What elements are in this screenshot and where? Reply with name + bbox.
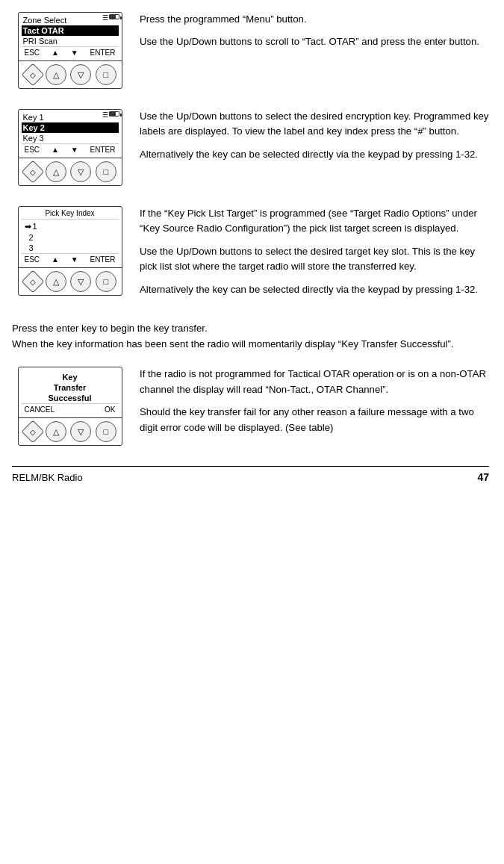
footer-cancel: CANCEL bbox=[25, 405, 55, 414]
footer-down-1: ▼ bbox=[71, 49, 78, 57]
btn-up-2[interactable]: △ bbox=[46, 161, 66, 182]
btn-enter-3[interactable]: □ bbox=[96, 271, 116, 292]
radio-display-1: ☰ Zone Select Tact OTAR PRI Scan ESC ▲ ▼… bbox=[18, 12, 122, 89]
radio-buttons-4: ◇ △ ▽ □ bbox=[19, 418, 122, 445]
screen-row-key-transfer-2: Transfer bbox=[22, 382, 119, 393]
footer-up-1: ▲ bbox=[52, 49, 59, 57]
btn-enter-1[interactable]: □ bbox=[96, 64, 116, 85]
scroll-icon-1: ☰ bbox=[102, 14, 108, 22]
screen-footer-3: ESC ▲ ▼ ENTER bbox=[22, 253, 119, 265]
text-key-select: Use the Up/Down buttons to select the de… bbox=[140, 109, 489, 170]
btn-diamond-3[interactable]: ◇ bbox=[22, 270, 45, 293]
page-content: ☰ Zone Select Tact OTAR PRI Scan ESC ▲ ▼… bbox=[12, 12, 489, 483]
text-pick-key: If the “Key Pick List Target” is program… bbox=[140, 206, 489, 305]
btn-up-4[interactable]: △ bbox=[46, 421, 66, 442]
radio-display-3: Pick Key Index ➡1 2 3 ESC ▲ ▼ ENTER ◇ △ … bbox=[18, 206, 122, 296]
btn-diamond-1[interactable]: ◇ bbox=[22, 63, 45, 86]
screen-row-pk1: ➡1 bbox=[22, 221, 119, 232]
btn-down-2[interactable]: ▽ bbox=[70, 161, 91, 182]
press-enter-section: Press the enter key to begin the key tra… bbox=[12, 321, 489, 352]
screen-row-key-transfer-1: Key bbox=[22, 370, 119, 382]
btn-down-1[interactable]: ▽ bbox=[70, 64, 91, 85]
screen-footer-1: ESC ▲ ▼ ENTER bbox=[22, 46, 119, 58]
screen-row-key-transfer-3: Successful bbox=[22, 393, 119, 403]
radio-buttons-2: ◇ △ ▽ □ bbox=[19, 158, 122, 185]
section-key-transfer: Key Transfer Successful CANCEL OK ◇ △ ▽ … bbox=[12, 367, 489, 450]
footer-up-2: ▲ bbox=[52, 146, 59, 154]
screen-2: ☰ Key 1 Key 2 Key 3 ESC ▲ ▼ ENTER bbox=[19, 110, 122, 158]
footer-enter-1: ENTER bbox=[90, 49, 116, 57]
footer-label: RELM/BK Radio bbox=[12, 472, 83, 483]
radio-display-2: ☰ Key 1 Key 2 Key 3 ESC ▲ ▼ ENTER ◇ △ ▽ bbox=[18, 109, 122, 186]
screen-1: ☰ Zone Select Tact OTAR PRI Scan ESC ▲ ▼… bbox=[19, 13, 122, 61]
btn-enter-4[interactable]: □ bbox=[96, 421, 116, 442]
page-footer: RELM/BK Radio 47 bbox=[12, 466, 489, 483]
section-zone-select: ☰ Zone Select Tact OTAR PRI Scan ESC ▲ ▼… bbox=[12, 12, 489, 93]
screen-4: Key Transfer Successful CANCEL OK bbox=[19, 367, 122, 418]
text-kt-p2: Should the key transfer fail for any oth… bbox=[140, 405, 489, 435]
radio-buttons-1: ◇ △ ▽ □ bbox=[19, 61, 122, 88]
btn-up-3[interactable]: △ bbox=[46, 271, 66, 292]
screen-3: Pick Key Index ➡1 2 3 ESC ▲ ▼ ENTER bbox=[19, 207, 122, 268]
screen-footer-2: ESC ▲ ▼ ENTER bbox=[22, 143, 119, 155]
text-zone-p2: Use the Up/Down buttons to scroll to “Ta… bbox=[140, 34, 489, 49]
footer-enter-3: ENTER bbox=[90, 255, 116, 264]
section-pick-key: Pick Key Index ➡1 2 3 ESC ▲ ▼ ENTER ◇ △ … bbox=[12, 206, 489, 305]
screen-row-pk2: 2 bbox=[22, 232, 119, 243]
device-pick-key: Pick Key Index ➡1 2 3 ESC ▲ ▼ ENTER ◇ △ … bbox=[12, 206, 128, 299]
screen-row-key2: Key 2 bbox=[22, 122, 119, 133]
footer-page-number: 47 bbox=[477, 471, 489, 483]
btn-down-4[interactable]: ▽ bbox=[70, 421, 91, 442]
btn-down-3[interactable]: ▽ bbox=[70, 271, 91, 292]
footer-enter-2: ENTER bbox=[90, 146, 116, 154]
footer-up-3: ▲ bbox=[52, 255, 59, 264]
text-key-transfer: If the radio is not programmed for Tacti… bbox=[140, 367, 489, 443]
footer-esc-1: ESC bbox=[25, 49, 40, 57]
radio-display-4: Key Transfer Successful CANCEL OK ◇ △ ▽ … bbox=[18, 367, 122, 446]
press-enter-p2: When the key information has been sent t… bbox=[12, 337, 489, 352]
screen-row-pk3: 3 bbox=[22, 243, 119, 253]
text-pk-p2: Use the Up/Down buttons to select the de… bbox=[140, 244, 489, 275]
btn-up-1[interactable]: △ bbox=[46, 64, 66, 85]
screen-row-tact-otar: Tact OTAR bbox=[22, 25, 119, 36]
key-transfer-footer: CANCEL OK bbox=[22, 403, 119, 415]
battery-icon-1 bbox=[109, 14, 119, 19]
screen-row-pri-scan: PRI Scan bbox=[22, 36, 119, 46]
radio-buttons-3: ◇ △ ▽ □ bbox=[19, 268, 122, 295]
arrow-icon: ➡ bbox=[25, 222, 31, 231]
scroll-icon-2: ☰ bbox=[102, 111, 108, 119]
text-pk-p3: Alternatively the key can be selected di… bbox=[140, 282, 489, 297]
text-key-p2: Alternatively the key can be selected di… bbox=[140, 147, 489, 162]
footer-esc-3: ESC bbox=[25, 255, 40, 264]
btn-diamond-2[interactable]: ◇ bbox=[22, 160, 45, 183]
text-zone-select: Press the programmed “Menu” button. Use … bbox=[140, 12, 489, 58]
battery-icon-2 bbox=[109, 111, 119, 116]
press-enter-p1: Press the enter key to begin the key tra… bbox=[12, 321, 489, 336]
btn-enter-2[interactable]: □ bbox=[96, 161, 116, 182]
footer-esc-2: ESC bbox=[25, 146, 40, 154]
text-key-p1: Use the Up/Down buttons to select the de… bbox=[140, 109, 489, 140]
device-zone-select: ☰ Zone Select Tact OTAR PRI Scan ESC ▲ ▼… bbox=[12, 12, 128, 93]
text-pk-p1: If the “Key Pick List Target” is program… bbox=[140, 206, 489, 237]
section-key-select: ☰ Key 1 Key 2 Key 3 ESC ▲ ▼ ENTER ◇ △ ▽ bbox=[12, 109, 489, 190]
pick-key-title: Pick Key Index bbox=[22, 209, 119, 220]
btn-diamond-4[interactable]: ◇ bbox=[22, 420, 45, 444]
device-key-transfer: Key Transfer Successful CANCEL OK ◇ △ ▽ … bbox=[12, 367, 128, 450]
text-kt-p1: If the radio is not programmed for Tacti… bbox=[140, 367, 489, 397]
footer-down-3: ▼ bbox=[71, 255, 78, 264]
device-key-select: ☰ Key 1 Key 2 Key 3 ESC ▲ ▼ ENTER ◇ △ ▽ bbox=[12, 109, 128, 190]
footer-down-2: ▼ bbox=[71, 146, 78, 154]
text-zone-p1: Press the programmed “Menu” button. bbox=[140, 12, 489, 27]
footer-ok: OK bbox=[105, 405, 115, 414]
screen-row-key3: Key 3 bbox=[22, 133, 119, 143]
